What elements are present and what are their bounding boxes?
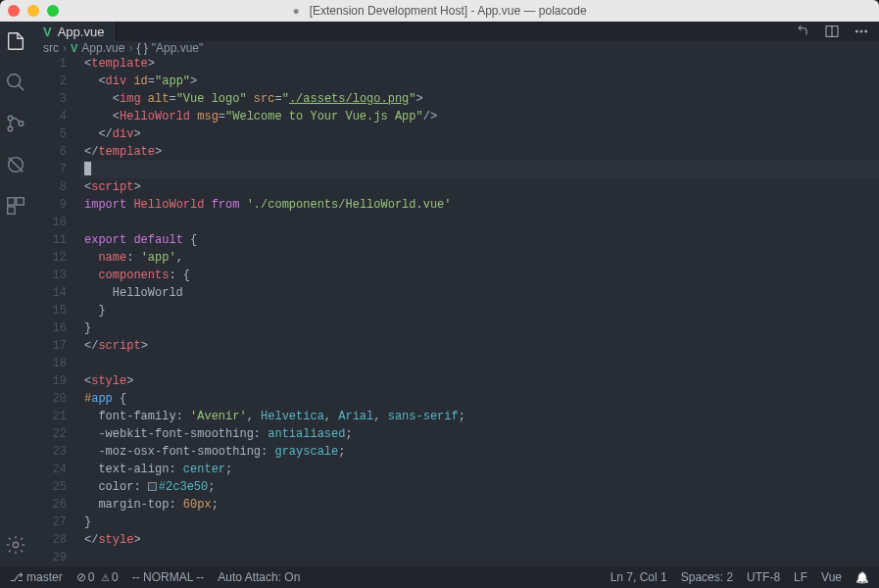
svg-point-10	[13, 542, 19, 548]
svg-point-0	[8, 74, 21, 87]
vue-file-icon: V	[71, 42, 77, 54]
eol-status[interactable]: LF	[794, 570, 807, 584]
line-number-gutter: 1234567891011121314151617181920212223242…	[31, 55, 80, 566]
status-bar: master 0 0 -- NORMAL -- Auto Attach: On …	[0, 566, 879, 588]
auto-attach-status[interactable]: Auto Attach: On	[218, 570, 300, 584]
explorer-icon[interactable]	[4, 29, 27, 53]
chevron-right-icon: ›	[63, 41, 67, 55]
language-mode-status[interactable]: Vue	[821, 570, 842, 584]
indentation-status[interactable]: Spaces: 2	[681, 570, 733, 584]
compare-changes-icon[interactable]	[795, 24, 810, 39]
code-editor[interactable]: 1234567891011121314151617181920212223242…	[31, 55, 879, 566]
cursor-position-status[interactable]: Ln 7, Col 1	[610, 570, 667, 584]
error-icon	[76, 570, 88, 584]
split-editor-icon[interactable]	[824, 24, 840, 39]
source-control-icon[interactable]	[4, 112, 27, 135]
activity-bar	[0, 22, 31, 566]
minimize-window-button[interactable]	[27, 5, 39, 17]
editor-area: V App.vue src › V App.vue › { } "App.vue…	[31, 22, 879, 566]
git-branch-status[interactable]: master	[10, 570, 63, 584]
svg-rect-8	[17, 198, 24, 205]
breadcrumbs[interactable]: src › V App.vue › { } "App.vue"	[31, 41, 879, 55]
chevron-right-icon: ›	[128, 41, 132, 55]
svg-rect-7	[8, 198, 15, 205]
notifications-bell-icon[interactable]	[855, 570, 869, 584]
search-icon[interactable]	[4, 71, 27, 94]
svg-point-14	[860, 30, 862, 32]
symbol-icon: { }	[136, 41, 147, 55]
tab-label: App.vue	[58, 24, 105, 39]
tab-bar: V App.vue	[31, 22, 879, 41]
close-window-button[interactable]	[8, 5, 20, 17]
svg-point-3	[8, 126, 13, 131]
extensions-icon[interactable]	[4, 194, 27, 218]
more-actions-icon[interactable]	[854, 24, 869, 39]
maximize-window-button[interactable]	[47, 5, 59, 17]
problems-status[interactable]: 0 0	[76, 570, 119, 584]
tab-app-vue[interactable]: V App.vue	[31, 22, 117, 41]
debug-icon[interactable]	[4, 153, 27, 176]
svg-point-15	[865, 30, 867, 32]
vue-file-icon: V	[43, 24, 52, 39]
svg-line-1	[19, 85, 24, 91]
titlebar: ● [Extension Development Host] - App.vue…	[0, 0, 879, 22]
vim-mode-status: -- NORMAL --	[132, 570, 205, 584]
breadcrumb-file[interactable]: App.vue	[81, 41, 124, 55]
window-controls	[8, 5, 59, 17]
svg-rect-9	[8, 207, 15, 214]
settings-gear-icon[interactable]	[4, 533, 27, 557]
code-lines[interactable]: <template> <div id="app"> <img alt="Vue …	[80, 55, 879, 566]
svg-point-13	[855, 30, 857, 32]
breadcrumb-folder[interactable]: src	[43, 41, 59, 55]
warning-icon	[101, 570, 112, 584]
svg-point-2	[8, 116, 13, 121]
encoding-status[interactable]: UTF-8	[747, 570, 780, 584]
window-title: ● [Extension Development Host] - App.vue…	[0, 4, 879, 18]
svg-point-4	[19, 122, 24, 126]
breadcrumb-symbol[interactable]: "App.vue"	[152, 41, 204, 55]
